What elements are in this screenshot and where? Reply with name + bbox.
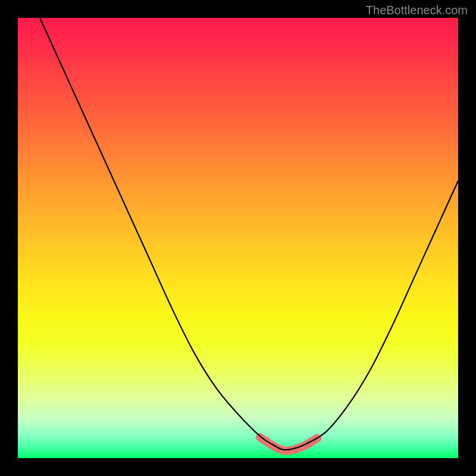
- watermark-label: TheBottleneck.com: [366, 4, 468, 17]
- plot-area: [18, 18, 458, 458]
- gradient-background: [18, 18, 458, 458]
